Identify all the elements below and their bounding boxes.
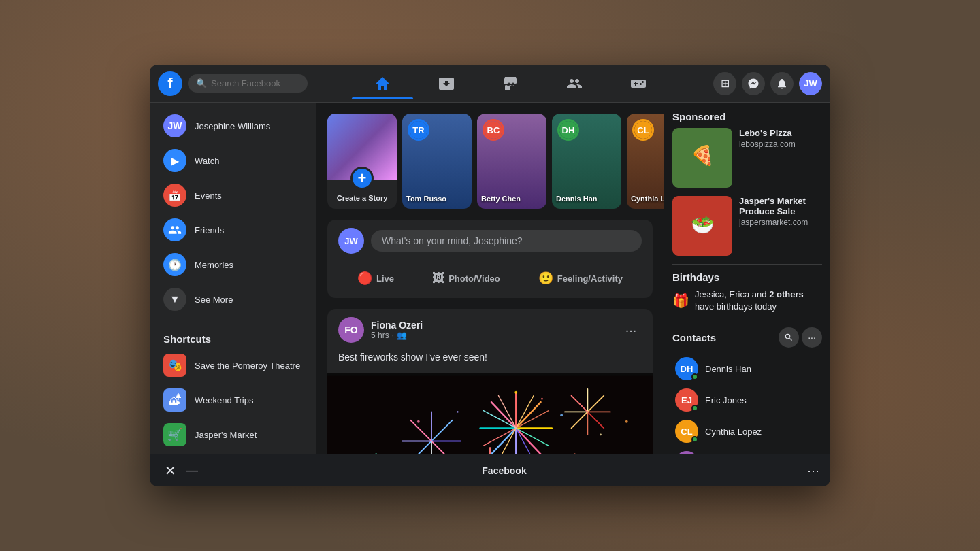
sidebar: JW Josephine Williams ▶ Watch 📅 Events bbox=[150, 103, 316, 454]
messenger-button[interactable] bbox=[742, 72, 765, 95]
search-icon: 🔍 bbox=[196, 78, 207, 88]
story-cynthia-label: Cynthia Lopez bbox=[631, 195, 664, 203]
feed-post-1: FO Fiona Ozeri 5 hrs · 👥 ··· Best firewo… bbox=[327, 309, 653, 454]
jaspers-icon: 🛒 bbox=[163, 423, 186, 446]
sidebar-item-watch[interactable]: ▶ Watch bbox=[155, 144, 310, 178]
post-time: 5 hrs bbox=[371, 331, 389, 340]
see-more-icon: ▼ bbox=[163, 288, 186, 311]
create-story-plus: + bbox=[350, 167, 374, 190]
post-feeling-button[interactable]: 🙂 Feeling/Activity bbox=[530, 267, 631, 290]
contact-betty[interactable]: BC Betty Chen ✏ bbox=[672, 447, 822, 454]
post-input[interactable]: What's on your mind, Josephine? bbox=[371, 230, 642, 252]
eric-online-dot bbox=[691, 405, 698, 412]
svg-point-55 bbox=[625, 420, 628, 422]
post-privacy-icon: 👥 bbox=[397, 331, 407, 340]
memories-icon: 🕐 bbox=[163, 253, 186, 276]
feed: + Create a Story TR Tom Russo bbox=[316, 103, 664, 454]
birthdays-title: Birthdays bbox=[672, 271, 822, 283]
sponsored-title: Sponsored bbox=[672, 111, 822, 122]
contacts-more-button[interactable]: ··· bbox=[802, 327, 822, 348]
nav-watch[interactable] bbox=[416, 69, 477, 99]
bottom-bar: ✕ — Facebook ⋯ bbox=[150, 454, 830, 486]
sidebar-item-friends[interactable]: Friends bbox=[155, 213, 310, 247]
shortcut-jaspers[interactable]: 🛒 Jasper's Market bbox=[155, 418, 310, 452]
friends-icon bbox=[163, 218, 186, 241]
post-live-button[interactable]: 🔴 Live bbox=[349, 267, 402, 290]
story-tom[interactable]: TR Tom Russo bbox=[402, 114, 472, 209]
svg-point-52 bbox=[457, 411, 459, 413]
facebook-logo[interactable]: f bbox=[158, 71, 182, 96]
notifications-button[interactable] bbox=[770, 72, 794, 95]
sponsored-lebo[interactable]: 🍕 Lebo's Pizza lebospizza.com bbox=[672, 128, 822, 188]
pomeroy-icon: 🎭 bbox=[163, 354, 186, 377]
post-username: Fiona Ozeri bbox=[371, 320, 613, 331]
profile-avatar[interactable]: JW bbox=[799, 72, 822, 95]
svg-point-53 bbox=[417, 420, 420, 422]
sidebar-divider-1 bbox=[158, 322, 308, 322]
svg-point-49 bbox=[514, 390, 517, 393]
story-cynthia[interactable]: CL Cynthia Lopez bbox=[627, 114, 664, 209]
nav-gaming[interactable] bbox=[608, 69, 669, 99]
post-photo-button[interactable]: 🖼 Photo/Video bbox=[424, 267, 508, 290]
story-betty[interactable]: BC Betty Chen bbox=[477, 114, 546, 209]
sponsored-jaspers[interactable]: 🥗 Jasper's MarketProduce Sale jaspersmar… bbox=[672, 196, 822, 256]
shortcut-jaspers-label: Jasper's Market bbox=[195, 430, 257, 440]
post-actions: 🔴 Live 🖼 Photo/Video 🙂 Feeling/Activity bbox=[338, 267, 642, 290]
search-input[interactable] bbox=[211, 78, 299, 88]
panel-divider-1 bbox=[672, 264, 822, 265]
grid-menu-button[interactable]: ⊞ bbox=[713, 72, 736, 95]
story-dennis[interactable]: DH Dennis Han bbox=[552, 114, 621, 209]
birthday-text: Jessica, Erica and 2 others have birthda… bbox=[695, 288, 822, 313]
live-label: Live bbox=[376, 273, 394, 284]
contact-cynthia[interactable]: CL Cynthia Lopez bbox=[672, 416, 822, 447]
post-box-top: JW What's on your mind, Josephine? bbox=[338, 228, 642, 254]
sidebar-events-label: Events bbox=[195, 190, 222, 201]
search-box[interactable]: 🔍 bbox=[188, 74, 308, 93]
main-content: JW Josephine Williams ▶ Watch 📅 Events bbox=[150, 103, 830, 454]
contacts-search-button[interactable] bbox=[779, 327, 799, 348]
svg-text:🥗: 🥗 bbox=[691, 214, 715, 236]
contact-eric[interactable]: EJ Eric Jones bbox=[672, 384, 822, 416]
contact-eric-avatar: EJ bbox=[675, 388, 698, 412]
fireworks-svg bbox=[327, 373, 653, 454]
contacts-title: Contacts bbox=[672, 332, 779, 344]
sidebar-profile-name: Josephine Williams bbox=[195, 121, 270, 131]
sidebar-see-more-label: See More bbox=[195, 295, 233, 305]
create-story-label: Create a Story bbox=[337, 194, 388, 202]
post-privacy-dot: · bbox=[392, 331, 394, 340]
lebo-ad-info: Lebo's Pizza lebospizza.com bbox=[739, 128, 822, 188]
nav-marketplace[interactable] bbox=[480, 69, 541, 99]
nav-groups[interactable] bbox=[544, 69, 605, 99]
dennis-online-dot bbox=[691, 373, 698, 380]
nav-home[interactable] bbox=[352, 69, 413, 99]
post-more-button[interactable]: ··· bbox=[620, 319, 642, 341]
sidebar-item-memories[interactable]: 🕐 Memories bbox=[155, 248, 310, 282]
lebo-name: Lebo's Pizza bbox=[739, 128, 822, 138]
betty-avatar-ring: BC bbox=[483, 119, 504, 141]
sidebar-watch-label: Watch bbox=[195, 156, 219, 166]
contact-dennis[interactable]: DH Dennis Han bbox=[672, 353, 822, 384]
profile-icon: JW bbox=[163, 114, 186, 137]
story-create[interactable]: + Create a Story bbox=[327, 114, 397, 209]
window-close-button[interactable]: ✕ bbox=[161, 461, 180, 480]
sidebar-see-more[interactable]: ▼ See More bbox=[155, 282, 310, 316]
sidebar-item-events[interactable]: 📅 Events bbox=[155, 178, 310, 212]
sidebar-item-profile[interactable]: JW Josephine Williams bbox=[155, 109, 310, 143]
shortcut-pomeroy[interactable]: 🎭 Save the Pomeroy Theatre bbox=[155, 348, 310, 382]
topbar: f 🔍 ⊞ bbox=[150, 65, 830, 103]
window-more-button[interactable]: ⋯ bbox=[807, 463, 819, 478]
right-panel: Sponsored 🍕 Lebo's Pizza lebospizza.com … bbox=[664, 103, 830, 454]
shortcut-weekend-label: Weekend Trips bbox=[195, 395, 253, 405]
jaspers-url: jaspersmarket.com bbox=[739, 218, 822, 227]
topbar-left: f 🔍 bbox=[158, 71, 308, 96]
shortcut-weekend[interactable]: 🏕 Weekend Trips bbox=[155, 383, 310, 417]
cynthia-online-dot bbox=[691, 436, 698, 443]
contact-betty-avatar: BC bbox=[675, 451, 698, 454]
photo-icon: 🖼 bbox=[432, 271, 444, 286]
svg-point-51 bbox=[560, 414, 563, 416]
facebook-window: f 🔍 ⊞ bbox=[150, 65, 830, 486]
jaspers-name: Jasper's MarketProduce Sale bbox=[739, 196, 822, 216]
weekend-icon: 🏕 bbox=[163, 388, 186, 412]
window-minimize-button[interactable]: — bbox=[182, 461, 201, 480]
jaspers-ad-image: 🥗 bbox=[672, 196, 732, 256]
